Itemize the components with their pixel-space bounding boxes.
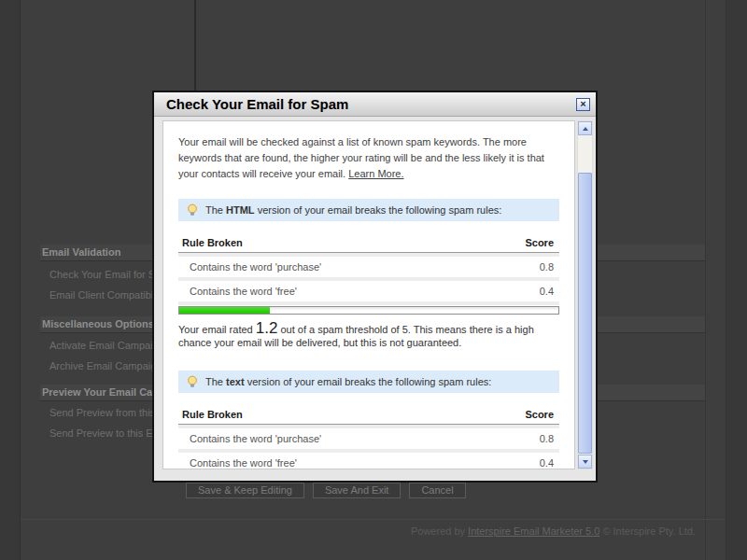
table-row: Contains the word 'free' 0.4 <box>178 281 559 301</box>
dialog-scrollbar[interactable] <box>577 120 593 469</box>
scrollbar-thumb[interactable] <box>578 173 592 454</box>
scroll-down-icon[interactable] <box>578 455 592 469</box>
field-label-archive-campaign: Archive Email Campaign: <box>49 360 165 371</box>
form-buttons-row: Save & Keep Editing Save And Exit Cancel <box>186 483 466 498</box>
field-label-client-compatibility: Email Client Compatibility: <box>49 289 169 301</box>
table-row: Contains the word 'purchase' 0.8 <box>178 428 559 449</box>
info-suffix: version of your email breaks the followi… <box>258 204 502 216</box>
rating-value: 1.2 <box>256 319 278 337</box>
score-header: Score <box>525 409 554 420</box>
field-label-activate-campaign: Activate Email Campaign: <box>49 340 167 351</box>
page-left-strip <box>0 0 21 560</box>
score-cell: 0.4 <box>540 286 554 297</box>
scroll-up-icon[interactable] <box>578 121 592 135</box>
version-name: text <box>226 376 245 387</box>
scrollbar-track[interactable] <box>578 135 592 455</box>
page-content-edge <box>705 0 706 560</box>
save-keep-editing-button: Save & Keep Editing <box>186 483 304 498</box>
rating-summary: Your email rated 1.2 out of a spam thres… <box>178 322 559 349</box>
rule-cell: Contains the word 'purchase' <box>190 433 321 444</box>
progress-fill <box>179 307 270 314</box>
lightbulb-icon <box>186 203 199 217</box>
rule-cell: Contains the word 'free' <box>190 457 297 469</box>
table-header-row: Rule Broken Score <box>178 405 559 425</box>
interspire-link: Interspire Email Marketer 5.0 <box>468 525 599 537</box>
score-cell: 0.8 <box>540 261 554 273</box>
save-and-exit-button: Save And Exit <box>313 483 402 498</box>
dialog-content-panel: Your email will be checked against a lis… <box>162 120 575 469</box>
score-cell: 0.8 <box>540 433 554 444</box>
info-suffix: version of your email breaks the followi… <box>247 376 492 387</box>
score-cell: 0.4 <box>540 457 554 469</box>
close-icon[interactable]: × <box>576 98 590 111</box>
powered-by-footer: Powered by Interspire Email Marketer 5.0… <box>411 525 696 537</box>
text-version-info-bar: The text version of your email breaks th… <box>178 371 559 393</box>
rule-broken-header: Rule Broken <box>182 237 243 248</box>
cancel-button: Cancel <box>409 483 465 498</box>
info-bar-text: The HTML version of your email breaks th… <box>205 204 501 216</box>
table-header-row: Rule Broken Score <box>178 233 559 253</box>
spam-score-progress-bar <box>178 306 559 315</box>
rating-before: Your email rated <box>178 324 253 335</box>
table-separator <box>178 301 559 305</box>
spam-rules-table: Rule Broken Score Contains the word 'pur… <box>178 405 559 469</box>
info-bar-text: The text version of your email breaks th… <box>205 376 491 387</box>
spam-check-dialog: Check Your Email for Spam × Your email w… <box>152 91 598 483</box>
dialog-body: Your email will be checked against a lis… <box>154 117 596 482</box>
rule-broken-header: Rule Broken <box>182 409 243 420</box>
dialog-title: Check Your Email for Spam <box>166 96 348 112</box>
page-right-strip <box>726 0 747 560</box>
rule-cell: Contains the word 'purchase' <box>190 261 321 273</box>
powered-by-text: Powered by <box>411 525 465 537</box>
copyright-text: © Interspire Pty. Ltd. <box>602 525 696 537</box>
screen: { "overlay_page": { "sections": [ { "hea… <box>0 0 747 560</box>
lightbulb-icon <box>186 375 199 388</box>
page-column-divider <box>194 0 196 91</box>
html-version-info-bar: The HTML version of your email breaks th… <box>178 199 559 221</box>
dialog-titlebar: Check Your Email for Spam × <box>154 92 596 117</box>
learn-more-link[interactable]: Learn More. <box>348 168 403 179</box>
footer-divider <box>21 519 725 520</box>
intro-paragraph: Your email will be checked against a lis… <box>178 134 559 182</box>
version-name: HTML <box>226 204 255 216</box>
score-header: Score <box>525 237 554 248</box>
table-row: Contains the word 'purchase' 0.8 <box>178 257 559 277</box>
table-row: Contains the word 'free' 0.4 <box>178 453 559 469</box>
rule-cell: Contains the word 'free' <box>190 286 297 297</box>
info-prefix: The <box>205 376 223 387</box>
info-prefix: The <box>205 204 223 216</box>
spam-rules-table: Rule Broken Score Contains the word 'pur… <box>178 233 559 305</box>
